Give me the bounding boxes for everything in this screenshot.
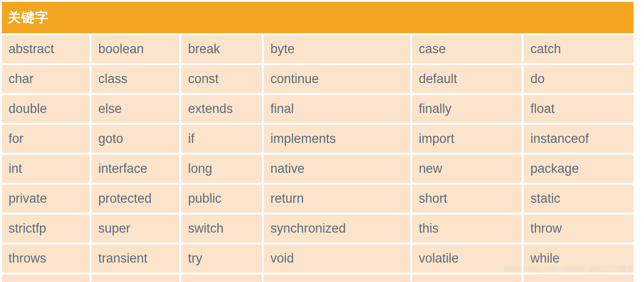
keyword-cell: float [524, 95, 634, 123]
keyword-cell: try [181, 244, 262, 273]
keyword-cell: static [524, 185, 634, 213]
keyword-cell: double [2, 95, 90, 123]
keyword-cell: volatile [412, 244, 522, 273]
keyword-cell: protected [92, 185, 179, 213]
keyword-cell: interface [92, 155, 179, 183]
table-row: private protected public return short st… [2, 185, 634, 213]
keyword-cell: case [412, 35, 522, 63]
keyword-cell: goto [92, 125, 179, 153]
keyword-cell: void [264, 244, 410, 273]
keyword-cell: return [264, 185, 410, 213]
table-body: abstract boolean break byte case catch c… [2, 35, 634, 282]
table-header: 关键字 [2, 2, 634, 33]
keyword-cell: new [412, 155, 522, 183]
table-row: for goto if implements import instanceof [2, 125, 634, 153]
keyword-cell: const [181, 65, 262, 93]
keyword-cell: long [181, 155, 262, 183]
keyword-cell: final [264, 95, 410, 123]
keyword-cell: super [92, 215, 179, 243]
keyword-cell: package [524, 155, 634, 183]
keyword-cell: finally [412, 95, 522, 123]
keyword-cell: break [181, 35, 262, 63]
keyword-cell: continue [264, 65, 410, 93]
keyword-cell: boolean [92, 35, 179, 63]
keyword-cell: public [181, 185, 262, 213]
keyword-cell: abstract [2, 35, 90, 63]
keywords-table: 关键字 abstract boolean break byte case cat… [0, 0, 635, 282]
table-row: abstract boolean break byte case catch [2, 35, 634, 63]
keyword-cell: implements [264, 125, 410, 153]
keyword-cell: else [92, 95, 179, 123]
keyword-cell: throw [524, 215, 634, 243]
keyword-cell: for [2, 125, 90, 153]
keyword-cell: default [412, 65, 522, 93]
keyword-cell: assert [2, 274, 90, 282]
keyword-cell: private [2, 185, 90, 213]
keyword-cell [412, 274, 522, 282]
keyword-cell: switch [181, 215, 262, 243]
keyword-cell: short [412, 185, 522, 213]
keyword-cell: int [2, 155, 90, 183]
keyword-cell: instanceof [524, 125, 634, 153]
keyword-cell: char [2, 65, 90, 93]
keyword-cell: synchronized [264, 215, 410, 243]
keyword-cell: strictfp [2, 215, 90, 243]
table-row: strictfp super switch synchronized this … [2, 215, 634, 243]
keyword-cell: extends [181, 95, 262, 123]
keyword-cell: do [524, 65, 634, 93]
keyword-cell [181, 274, 262, 282]
keyword-cell: if [181, 125, 262, 153]
table-row: throws transient try void volatile while [2, 244, 634, 273]
keyword-cell: import [412, 125, 522, 153]
keyword-cell: while [524, 244, 634, 273]
keyword-cell: native [264, 155, 410, 183]
keyword-cell: enum [92, 274, 179, 282]
table-row: int interface long native new package [2, 155, 634, 183]
keyword-cell [264, 274, 410, 282]
keyword-cell: throws [2, 244, 90, 273]
keyword-cell: transient [92, 244, 179, 273]
keyword-cell: class [92, 65, 179, 93]
keyword-cell: byte [264, 35, 410, 63]
keyword-cell: catch [524, 35, 634, 63]
table-row: double else extends final finally float [2, 95, 634, 123]
keyword-cell [524, 274, 634, 282]
table-row: char class const continue default do [2, 65, 634, 93]
keyword-cell: this [412, 215, 522, 243]
table-row: assert enum [2, 274, 634, 282]
keywords-table-container: 关键字 abstract boolean break byte case cat… [0, 0, 635, 282]
